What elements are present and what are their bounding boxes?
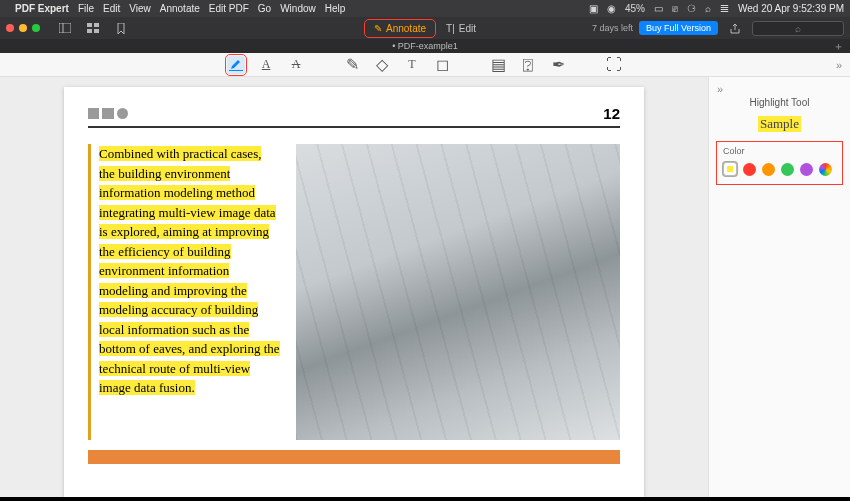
spotlight-icon[interactable]: ⌕ [705,3,711,14]
search-icon: ⌕ [795,23,801,34]
document-viewport[interactable]: 12 Combined with practical cases, the bu… [0,77,708,497]
close-window-button[interactable] [6,24,14,32]
menu-view[interactable]: View [129,3,151,14]
color-swatches [723,162,836,176]
page-orange-divider [88,450,620,464]
pencil-icon: ✎ [374,23,382,34]
thumbnails-button[interactable] [82,20,104,36]
window-controls [6,24,40,32]
trial-days-left: 7 days left [592,23,633,33]
color-swatch-orange[interactable] [762,163,775,176]
clock[interactable]: Wed 20 Apr 9:52:39 PM [738,3,844,14]
text-edit-icon: T| [446,23,455,34]
page-number: 12 [603,105,620,122]
text-tool-button[interactable]: T [403,56,421,74]
bookmark-button[interactable] [110,20,132,36]
header-shapes-icon [88,108,128,119]
strikethrough-tool-button[interactable]: A [287,56,305,74]
minimize-window-button[interactable] [19,24,27,32]
battery-icon: ▭ [654,3,663,14]
highlight-tool-panel: » Highlight Tool Sample Color [708,77,850,497]
svg-rect-0 [59,23,71,33]
camera-icon[interactable]: ◉ [607,3,616,14]
annotate-mode-label: Annotate [386,23,426,34]
control-center-icon[interactable]: 𝌆 [720,3,729,14]
menu-window[interactable]: Window [280,3,316,14]
workspace: 12 Combined with practical cases, the bu… [0,77,850,497]
menu-go[interactable]: Go [258,3,271,14]
color-swatch-custom[interactable] [819,163,832,176]
stamp-tool-button[interactable]: ⍰ [519,56,537,74]
svg-rect-5 [94,29,99,33]
svg-rect-2 [87,23,92,27]
edit-mode-button[interactable]: T| Edit [438,21,484,36]
search-input[interactable]: ⌕ [752,21,844,36]
pen-tool-button[interactable]: ✎ [343,56,361,74]
document-tab[interactable]: • PDF-example1 [392,41,458,51]
new-tab-button[interactable]: ＋ [833,39,844,54]
menu-edit[interactable]: Edit [103,3,120,14]
document-tab-bar: • PDF-example1 ＋ [0,39,850,53]
screen-mirror-icon[interactable]: ⎚ [672,3,678,14]
video-icon[interactable]: ▣ [589,3,598,14]
color-swatch-red[interactable] [743,163,756,176]
share-button[interactable] [724,20,746,36]
app-name-menu[interactable]: PDF Expert [15,3,69,14]
highlight-sample: Sample [758,116,801,132]
menu-help[interactable]: Help [325,3,346,14]
highlighted-text: Combined with practical cases, the build… [99,146,280,395]
color-label: Color [723,146,836,156]
collapse-panel-icon[interactable]: » [717,83,723,95]
wifi-icon[interactable]: ⚆ [687,3,696,14]
sidebar-toggle-button[interactable] [54,20,76,36]
color-swatch-purple[interactable] [800,163,813,176]
signature-tool-button[interactable]: ✒ [549,56,567,74]
edit-mode-label: Edit [459,23,476,34]
page-image-column [296,144,620,440]
menu-edit-pdf[interactable]: Edit PDF [209,3,249,14]
buy-full-version-button[interactable]: Buy Full Version [639,21,718,35]
color-picker-box: Color [717,142,842,184]
pdf-page: 12 Combined with practical cases, the bu… [64,87,644,497]
app-toolbar: ✎ Annotate T| Edit 7 days left Buy Full … [0,17,850,39]
color-swatch-green[interactable] [781,163,794,176]
page-header: 12 [88,105,620,128]
annotation-tool-strip: A A ✎ ◇ T ◻ ▤ ⍰ ✒ ⛶ » [0,53,850,77]
mac-menubar: PDF Expert File Edit View Annotate Edit … [0,0,850,17]
menu-annotate[interactable]: Annotate [160,3,200,14]
fit-page-button[interactable]: ⛶ [605,56,623,74]
menu-file[interactable]: File [78,3,94,14]
svg-rect-3 [94,23,99,27]
annotate-mode-button[interactable]: ✎ Annotate [366,21,434,36]
underline-tool-button[interactable]: A [257,56,275,74]
color-swatch-yellow[interactable] [723,162,737,176]
note-tool-button[interactable]: ▤ [489,56,507,74]
highlighted-text-block[interactable]: Combined with practical cases, the build… [88,144,280,440]
panel-title: Highlight Tool [717,97,842,108]
battery-pct: 45% [625,3,645,14]
shape-tool-button[interactable]: ◻ [433,56,451,74]
highlight-tool-button[interactable] [227,56,245,74]
fullscreen-window-button[interactable] [32,24,40,32]
expand-panel-icon[interactable]: » [836,59,842,71]
page-photo [296,144,620,440]
eraser-tool-button[interactable]: ◇ [373,56,391,74]
svg-rect-4 [87,29,92,33]
